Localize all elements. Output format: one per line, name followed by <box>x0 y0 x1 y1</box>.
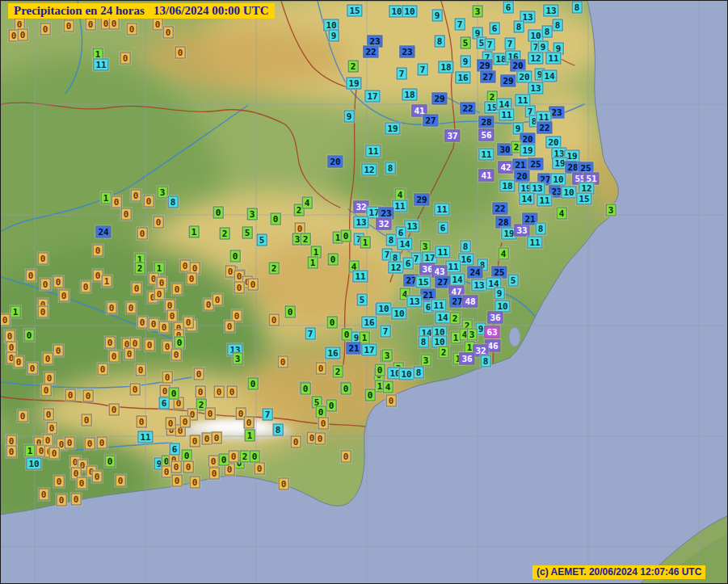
station-value: 41 <box>478 170 494 182</box>
station-value: 5 <box>461 37 471 49</box>
station-value: 3 <box>233 353 243 365</box>
station-value: 0 <box>279 478 289 490</box>
station-value: 0 <box>14 356 24 368</box>
station-value: 20 <box>514 170 529 183</box>
station-value: 18 <box>438 61 453 74</box>
station-value: 17 <box>364 90 380 103</box>
station-value: 13 <box>471 279 486 292</box>
station-value: 14 <box>397 238 412 250</box>
station-value: 0 <box>163 27 174 39</box>
station-value: 0 <box>121 208 132 221</box>
station-value: 7 <box>381 326 391 338</box>
station-value: 0 <box>167 310 178 322</box>
station-value: 0 <box>316 406 326 418</box>
station-value: 15 <box>576 193 591 205</box>
station-value: 0 <box>213 207 224 219</box>
station-value: 0 <box>154 216 164 229</box>
station-value: 0 <box>86 19 96 31</box>
station-value: 5 <box>257 234 267 246</box>
station-value: 5 <box>242 227 253 239</box>
station-value: 16 <box>361 317 377 329</box>
station-value: 0 <box>250 451 260 463</box>
station-value: 8 <box>273 424 284 436</box>
station-value: 11 <box>431 300 446 312</box>
station-value: 10 <box>402 6 417 18</box>
station-value: 2 <box>269 263 280 275</box>
station-value: 18 <box>402 89 417 101</box>
station-value: 0 <box>130 384 141 396</box>
station-value: 0 <box>154 288 165 300</box>
station-value: 36 <box>459 353 474 365</box>
station-value: 0 <box>248 378 259 390</box>
station-value: 3 <box>606 204 616 216</box>
station-value: 16 <box>325 347 340 359</box>
station-value: 0 <box>180 416 191 428</box>
station-value: 22 <box>460 103 475 115</box>
station-value: 0 <box>38 306 48 318</box>
station-value: 4 <box>499 248 509 260</box>
station-value: 42 <box>498 162 513 174</box>
station-value: 11 <box>93 59 108 71</box>
station-value: 10 <box>376 303 391 315</box>
station-value: 0 <box>171 349 182 361</box>
station-value: 11 <box>545 53 561 65</box>
station-value: 0 <box>26 270 36 282</box>
station-value: 56 <box>478 129 494 141</box>
station-value: 0 <box>190 477 200 489</box>
station-value: 1 <box>189 226 200 238</box>
station-value: 8 <box>514 21 524 33</box>
station-value: 0 <box>18 410 28 422</box>
station-value: 14 <box>519 193 534 205</box>
station-value: 0 <box>291 436 301 448</box>
station-value: 11 <box>445 261 461 273</box>
station-value: 0 <box>172 475 183 487</box>
station-value: 0 <box>162 372 173 384</box>
station-value: 12 <box>528 53 543 65</box>
station-value: 1 <box>102 275 112 288</box>
station-value: 3 <box>158 187 168 199</box>
station-value: 0 <box>109 18 120 30</box>
station-value: 0 <box>182 450 192 462</box>
station-value: 0 <box>234 282 245 294</box>
station-value: 6 <box>170 443 180 456</box>
station-value: 13 <box>528 82 543 95</box>
station-value: 0 <box>49 447 60 460</box>
station-value: 19 <box>520 145 535 157</box>
station-value: 0 <box>18 29 28 41</box>
station-value: 8 <box>168 196 179 208</box>
station-value: 22 <box>363 46 378 58</box>
station-value: 11 <box>435 246 450 258</box>
station-value: 0 <box>136 364 146 376</box>
station-value: 1 <box>245 430 255 442</box>
station-value: 0 <box>81 281 91 293</box>
station-value: 9 <box>494 288 505 300</box>
station-value: 0 <box>144 195 154 208</box>
station-value: 8 <box>481 355 491 368</box>
station-value: 13 <box>353 216 368 229</box>
station-value: 4 <box>302 197 313 209</box>
station-value: 9 <box>538 41 549 53</box>
station-value: 14 <box>541 70 557 82</box>
station-value: 0 <box>98 363 108 376</box>
station-value: 29 <box>477 60 492 72</box>
station-value: 20 <box>327 156 343 168</box>
station-value: 11 <box>352 271 368 283</box>
station-value: 0 <box>212 432 222 444</box>
station-value: 10 <box>494 300 510 313</box>
station-value: 0 <box>39 489 49 501</box>
station-value: 11 <box>527 237 542 249</box>
station-value: 7 <box>305 328 316 340</box>
station-value: 8 <box>572 2 583 14</box>
station-value: 0 <box>137 228 148 240</box>
station-value: 63 <box>484 326 499 338</box>
station-value: 0 <box>316 363 326 375</box>
station-value: 0 <box>230 250 241 263</box>
station-value: 19 <box>346 78 361 90</box>
station-value: 10 <box>550 174 566 186</box>
station-value: 10 <box>391 308 406 320</box>
station-value: 0 <box>183 461 194 473</box>
station-value: 0 <box>365 389 376 401</box>
station-value: 2 <box>333 366 343 378</box>
station-value: 3 <box>382 350 393 362</box>
station-value: 25 <box>491 267 507 279</box>
